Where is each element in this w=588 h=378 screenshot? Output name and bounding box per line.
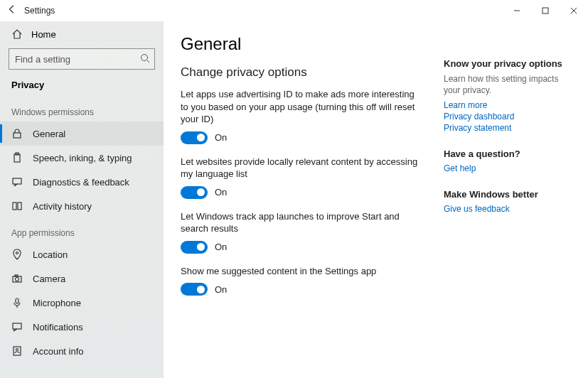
sidebar-item-label: Activity history [33, 201, 92, 212]
sidebar-item-account[interactable]: Account info [0, 339, 164, 363]
sidebar-item-diagnostics[interactable]: Diagnostics & feedback [0, 170, 164, 194]
search-wrapper [9, 48, 155, 70]
aside-question-heading: Have a question? [444, 148, 572, 159]
svg-rect-1 [542, 8, 548, 14]
toggle-desc: Let apps use advertising ID to make ads … [181, 88, 422, 126]
home-icon [11, 28, 23, 40]
toggle-track-launches: Let Windows track app launches to improv… [181, 210, 444, 254]
maximize-button[interactable] [531, 0, 560, 21]
toggle-switch[interactable] [181, 283, 208, 296]
sidebar-item-label: Account info [33, 346, 84, 357]
notifications-icon [11, 321, 23, 333]
link-feedback[interactable]: Give us feedback [444, 204, 572, 214]
toggle-state: On [215, 187, 227, 198]
microphone-icon [11, 297, 23, 308]
toggle-state: On [215, 132, 227, 143]
svg-rect-7 [13, 178, 21, 184]
back-icon[interactable] [7, 4, 17, 17]
sidebar-item-label: Location [33, 249, 68, 260]
svg-rect-13 [15, 275, 18, 276]
toggle-switch[interactable] [181, 241, 208, 254]
svg-rect-4 [14, 133, 21, 138]
lock-icon [11, 128, 23, 139]
main-primary: General Change privacy options Let apps … [181, 34, 444, 378]
sidebar-item-speech[interactable]: Speech, inking, & typing [0, 146, 164, 170]
titlebar: Settings [0, 0, 588, 21]
link-privacy-dashboard[interactable]: Privacy dashboard [444, 112, 572, 122]
link-privacy-statement[interactable]: Privacy statement [444, 123, 572, 133]
aside-privacy-heading: Know your privacy options [444, 58, 572, 69]
sidebar-item-microphone[interactable]: Microphone [0, 291, 164, 315]
toggle-language-list: Let websites provide locally relevant co… [181, 156, 444, 199]
titlebar-left: Settings [7, 4, 55, 17]
sidebar: Home Privacy Windows permissions General… [0, 21, 164, 378]
link-get-help[interactable]: Get help [444, 163, 572, 173]
svg-rect-8 [13, 202, 16, 210]
svg-rect-9 [18, 202, 21, 210]
toggle-suggested-content: Show me suggested content in the Setting… [181, 265, 444, 296]
history-icon [11, 200, 23, 212]
toggle-switch[interactable] [181, 131, 208, 144]
svg-rect-15 [13, 323, 21, 329]
group-windows-permissions: Windows permissions [0, 97, 164, 122]
svg-rect-5 [14, 154, 20, 162]
sidebar-item-location[interactable]: Location [0, 242, 164, 266]
sidebar-item-label: Microphone [33, 298, 81, 308]
aside-privacy-sub: Learn how this setting impacts your priv… [444, 73, 572, 96]
search-input[interactable] [9, 48, 155, 70]
search-icon[interactable] [139, 53, 151, 67]
toggle-switch[interactable] [181, 186, 208, 199]
window-controls [503, 0, 588, 21]
aside: Know your privacy options Learn how this… [444, 34, 572, 378]
link-learn-more[interactable]: Learn more [444, 100, 572, 110]
home-nav-item[interactable]: Home [0, 21, 164, 45]
aside-better-heading: Make Windows better [444, 189, 572, 200]
location-icon [11, 249, 23, 260]
sidebar-item-label: Camera [33, 274, 65, 284]
camera-icon [11, 273, 23, 284]
sidebar-item-notifications[interactable]: Notifications [0, 315, 164, 339]
toggle-desc: Let websites provide locally relevant co… [181, 156, 422, 180]
clipboard-icon [11, 152, 23, 163]
section-title: Privacy [0, 77, 164, 97]
toggle-advertising-id: Let apps use advertising ID to make ads … [181, 88, 444, 144]
home-label: Home [31, 29, 56, 40]
page-subtitle: Change privacy options [181, 65, 444, 80]
sidebar-item-label: General [33, 129, 65, 139]
feedback-icon [11, 176, 23, 188]
page-title: General [181, 34, 444, 54]
window-title: Settings [24, 6, 55, 16]
svg-point-12 [16, 278, 19, 281]
toggle-desc: Show me suggested content in the Setting… [181, 265, 422, 278]
toggle-desc: Let Windows track app launches to improv… [181, 210, 422, 235]
sidebar-item-camera[interactable]: Camera [0, 266, 164, 291]
minimize-button[interactable] [503, 0, 531, 21]
sidebar-item-activity[interactable]: Activity history [0, 194, 164, 218]
sidebar-item-label: Diagnostics & feedback [33, 177, 129, 188]
sidebar-item-general[interactable]: General [0, 122, 164, 146]
main-area: General Change privacy options Let apps … [164, 21, 588, 378]
toggle-state: On [215, 242, 227, 252]
sidebar-item-label: Speech, inking, & typing [33, 153, 132, 163]
svg-line-3 [147, 60, 149, 63]
svg-point-17 [16, 349, 18, 351]
toggle-state: On [215, 284, 227, 295]
svg-rect-14 [16, 298, 18, 303]
close-button[interactable] [560, 0, 588, 21]
sidebar-item-label: Notifications [33, 322, 83, 333]
group-app-permissions: App permissions [0, 218, 164, 242]
account-icon [11, 345, 23, 357]
svg-point-2 [141, 55, 148, 61]
svg-point-10 [16, 252, 18, 254]
